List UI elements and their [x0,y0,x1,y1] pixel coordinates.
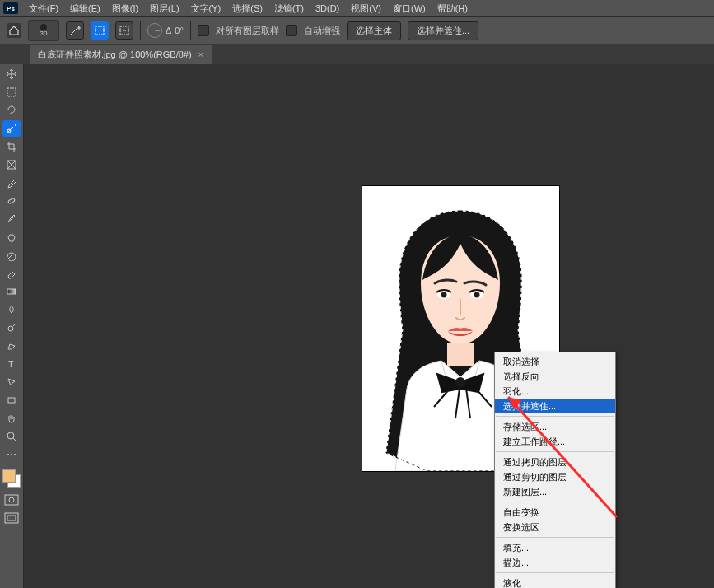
svg-point-10 [8,326,13,331]
menu-help[interactable]: 帮助(H) [432,2,474,15]
document-tab-label: 白底证件照素材.jpg @ 100%(RGB/8#) [38,49,192,61]
options-bar: 30 Δ 0° 对所有图层取样 自动增强 选择主体 选择并遮住... [0,17,714,44]
tool-brush[interactable] [2,211,21,227]
separator [140,21,141,40]
svg-point-26 [474,292,480,298]
ctx-layer-via-cut[interactable]: 通过剪切的图层 [495,469,615,484]
ctx-select-and-mask[interactable]: 选择并遮住... [495,399,615,413]
tool-path-select[interactable] [2,374,21,390]
quick-mask-toggle[interactable] [4,494,19,506]
ctx-make-work-path[interactable]: 建立工作路径... [495,434,615,449]
tool-blur[interactable] [2,301,21,318]
home-icon [8,25,20,36]
ctx-new-layer[interactable]: 新建图层... [495,484,615,499]
select-and-mask-button[interactable]: 选择并遮住... [408,21,478,40]
menu-edit[interactable]: 编辑(E) [64,2,106,15]
select-subject-button[interactable]: 选择主体 [347,21,401,40]
menu-layer[interactable]: 图层(L) [144,2,184,15]
svg-rect-13 [8,398,15,403]
ctx-save-selection[interactable]: 存储选区... [495,419,615,434]
menu-view[interactable]: 视图(V) [345,2,387,15]
dodge-icon [6,322,17,334]
menu-image[interactable]: 图像(I) [106,2,144,15]
context-menu: 取消选择 选择反向 羽化... 选择并遮住... 存储选区... 建立工作路径.… [494,352,616,588]
tool-dodge[interactable] [2,320,21,336]
menu-filter[interactable]: 滤镜(T) [268,2,310,15]
app-logo: Ps [3,2,18,14]
ctx-feather[interactable]: 羽化... [495,384,615,399]
ctx-free-transform[interactable]: 自由变换 [495,505,615,520]
lasso-icon [6,105,17,116]
menu-window[interactable]: 窗口(W) [387,2,432,15]
ctx-transform-sel[interactable]: 变换选区 [495,520,615,534]
angle-value: 0° [175,26,184,35]
ctx-sep [496,416,614,417]
tool-crop[interactable] [2,138,21,155]
auto-enhance-checkbox[interactable] [286,25,297,36]
document-tabstrip: 白底证件照素材.jpg @ 100%(RGB/8#) × [0,44,714,64]
rectangle-icon [6,394,17,406]
ctx-layer-via-copy[interactable]: 通过拷贝的图层 [495,455,615,469]
blur-icon [6,304,17,315]
tool-history-brush[interactable] [2,247,21,264]
home-button[interactable] [7,23,21,38]
ctx-stroke[interactable]: 描边... [495,555,615,570]
tool-heal[interactable] [2,193,21,209]
zoom-icon [6,431,17,442]
eraser-icon [6,268,17,279]
color-swatches[interactable] [2,469,21,488]
tool-more[interactable] [2,446,21,463]
move-icon [6,68,17,80]
tool-gradient[interactable] [2,283,21,300]
sample-all-layers-checkbox[interactable] [198,25,209,36]
menu-select[interactable]: 选择(S) [226,2,268,15]
tool-eyedropper[interactable] [2,175,21,191]
tool-pen[interactable] [2,338,21,354]
tool-eraser[interactable] [2,265,21,282]
menu-3d[interactable]: 3D(D) [310,3,345,13]
ctx-fill[interactable]: 填充... [495,540,615,555]
left-toolbar: T [0,64,24,588]
document-canvas[interactable]: 取消选择 选择反向 羽化... 选择并遮住... 存储选区... 建立工作路径.… [24,64,714,588]
tool-zoom[interactable] [2,428,21,445]
menu-type[interactable]: 文字(Y) [185,2,227,15]
path-select-icon [6,376,17,388]
svg-point-28 [455,377,465,387]
brush-preset[interactable]: 30 [28,20,59,41]
tool-marquee[interactable] [2,84,21,100]
svg-rect-0 [96,26,104,35]
type-icon: T [6,358,17,370]
tool-type[interactable]: T [2,356,21,372]
tool-move[interactable] [2,66,21,82]
tool-lasso[interactable] [2,102,21,119]
tool-rectangle[interactable] [2,392,21,408]
menu-bar: Ps 文件(F) 编辑(E) 图像(I) 图层(L) 文字(Y) 选择(S) 滤… [0,0,714,17]
mode-add-selection[interactable] [91,21,109,40]
ctx-deselect[interactable]: 取消选择 [495,354,615,369]
ctx-liquify[interactable]: 液化 [495,576,615,588]
ctx-sep [496,537,614,538]
ctx-sep [496,502,614,502]
tool-quick-select[interactable] [2,120,21,137]
svg-line-15 [13,438,16,441]
svg-rect-9 [7,289,16,294]
angle-ring-icon [147,23,162,38]
close-tab-icon[interactable]: × [198,49,203,59]
hand-icon [6,413,17,424]
screen-mode-toggle[interactable] [4,512,19,524]
wand-plus-icon [69,25,81,36]
mode-new-selection[interactable] [66,21,84,40]
svg-line-11 [13,324,16,326]
main-area: T [0,64,714,588]
document-tab[interactable]: 白底证件照素材.jpg @ 100%(RGB/8#) × [30,45,212,64]
mode-sub-selection[interactable] [115,21,133,40]
brush-angle[interactable]: Δ 0° [147,23,184,38]
svg-point-18 [14,454,16,455]
eyedropper-icon [6,177,17,189]
tool-hand[interactable] [2,410,21,427]
tool-clone[interactable] [2,229,21,245]
ctx-inverse[interactable]: 选择反向 [495,369,615,384]
fg-color-swatch[interactable] [2,469,16,483]
tool-frame[interactable] [2,156,21,173]
menu-file[interactable]: 文件(F) [23,2,64,15]
